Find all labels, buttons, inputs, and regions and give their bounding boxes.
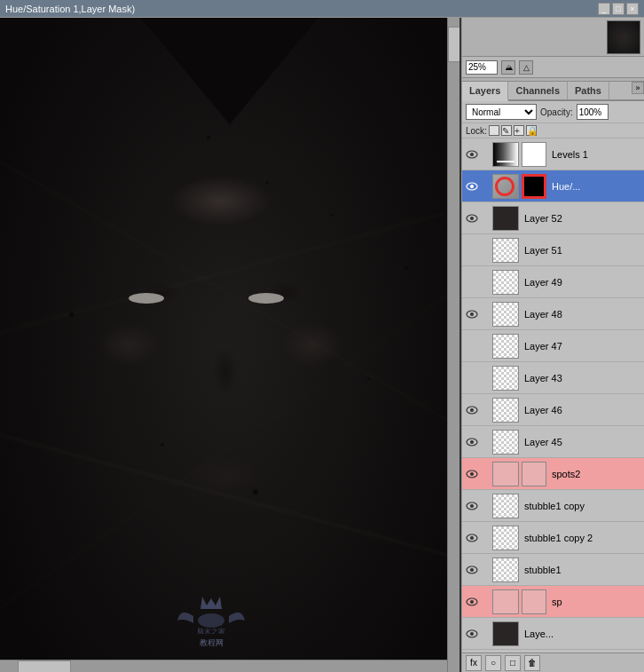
zoom-triangle-icon[interactable]: △ <box>519 60 533 75</box>
layers-bottom-toolbar: fx ○ □ 🗑 <box>462 652 644 672</box>
layer-row[interactable]: Levels 1 <box>462 138 644 170</box>
minimize-button[interactable]: _ <box>598 3 610 15</box>
levels-thumbnail-icon <box>493 143 518 166</box>
layer-row[interactable]: stubble1 <box>462 554 644 586</box>
eye-visibility-button[interactable] <box>464 402 480 418</box>
layer-row[interactable]: Layer 46 <box>462 394 644 426</box>
canvas-area[interactable]: 脑末之家 教程网 <box>0 18 461 672</box>
layer-name-label: Layer 52 <box>521 213 562 224</box>
svg-point-6 <box>470 185 474 188</box>
canvas-image: 脑末之家 教程网 <box>0 18 459 672</box>
svg-point-24 <box>470 600 474 604</box>
delete-layer-button[interactable]: 🗑 <box>524 655 540 671</box>
layer-mask-thumbnail <box>522 462 546 486</box>
layer-name-label: Levels 1 <box>548 149 588 160</box>
layer-name-label: Hue/... <box>548 181 580 192</box>
eye-visibility-button[interactable] <box>464 562 480 578</box>
layer-row[interactable]: stubble1 copy <box>462 490 644 522</box>
layer-row[interactable]: Layer 48 <box>462 298 644 330</box>
maximize-button[interactable]: □ <box>612 3 624 15</box>
layer-row[interactable]: Layer 47 <box>462 330 644 362</box>
new-layer-button[interactable]: □ <box>505 655 521 671</box>
canvas-vscrollbar-thumb[interactable] <box>448 27 460 62</box>
layer-thumbnail <box>492 494 519 518</box>
layer-row[interactable]: spots2 <box>462 458 644 490</box>
mini-preview <box>462 18 644 57</box>
eye-visibility-button[interactable] <box>464 210 480 226</box>
canvas-hscrollbar[interactable] <box>0 660 447 672</box>
tabs-row: Layers Channels Paths » <box>462 82 644 101</box>
eye-visibility-button[interactable] <box>464 498 480 514</box>
layer-mask-thumbnail <box>522 589 546 614</box>
blend-mode-row: Normal Opacity: <box>462 101 644 123</box>
opacity-input[interactable] <box>577 104 609 120</box>
layer-thumbnail <box>492 366 519 391</box>
close-button[interactable]: × <box>626 3 639 15</box>
tab-paths[interactable]: Paths <box>568 82 609 99</box>
eye-visibility-button[interactable] <box>464 146 480 162</box>
zoom-input[interactable] <box>466 60 498 75</box>
window-controls: _ □ × <box>598 3 639 15</box>
lock-checkbox-all[interactable]: 🔒 <box>526 125 537 136</box>
layer-row[interactable]: Layer 45 <box>462 426 644 458</box>
lock-checkbox-transparent[interactable] <box>489 125 499 136</box>
layer-row[interactable]: Layer 43 <box>462 362 644 394</box>
blend-mode-select[interactable]: Normal <box>466 104 537 120</box>
eye-visibility-button[interactable] <box>464 626 480 642</box>
tab-channels[interactable]: Channels <box>508 82 568 99</box>
zoom-mountain-icon[interactable]: ⛰ <box>501 60 515 75</box>
canvas-hscrollbar-thumb[interactable] <box>18 660 71 672</box>
title-bar: Hue/Saturation 1,Layer Mask) _ □ × <box>0 0 644 18</box>
layer-name-label: Layer 47 <box>521 341 562 352</box>
layer-link-icon <box>482 594 491 610</box>
layer-link-icon <box>482 626 491 642</box>
lock-checkbox-image[interactable]: ✎ <box>501 125 512 136</box>
layer-row[interactable]: Layer 52 <box>462 202 644 234</box>
layer-name-label: Layer 51 <box>521 245 562 256</box>
layer-row[interactable]: Laye... <box>462 618 644 650</box>
layer-name-label: Layer 49 <box>521 277 562 288</box>
layer-row[interactable]: Layer 51 <box>462 234 644 266</box>
eye-visibility-button[interactable] <box>464 466 480 482</box>
layer-row[interactable]: Layer 49 <box>462 266 644 298</box>
layer-name-label: stubble1 <box>521 565 562 575</box>
eye-visibility-button[interactable] <box>464 434 480 450</box>
zoom-bar: ⛰ △ <box>462 57 644 78</box>
svg-point-22 <box>470 568 474 572</box>
panel-close-button[interactable]: » <box>632 82 644 94</box>
layer-thumbnail <box>492 142 519 167</box>
eye-visibility-button[interactable] <box>464 594 480 610</box>
canvas-vscrollbar[interactable] <box>447 18 459 672</box>
mini-thumb-face <box>608 21 640 53</box>
layer-link-icon <box>482 370 491 386</box>
eye-visibility-button[interactable] <box>464 530 480 546</box>
red-circle-indicator <box>495 177 514 196</box>
eye-visibility-button[interactable] <box>464 178 480 194</box>
layer-effects-button[interactable]: fx <box>466 655 482 671</box>
tab-layers[interactable]: Layers <box>462 82 508 101</box>
layer-thumbnail <box>492 206 519 231</box>
dust-spot <box>253 489 258 494</box>
layer-row[interactable]: sp <box>462 586 644 618</box>
layer-row[interactable]: Hue/... <box>462 170 644 202</box>
dust-spot <box>207 136 210 139</box>
svg-point-20 <box>470 536 474 540</box>
eye-left <box>129 293 164 304</box>
layers-list[interactable]: Levels 1 Hue/... <box>462 138 644 652</box>
add-mask-button[interactable]: ○ <box>485 655 501 671</box>
layer-link-icon <box>482 562 491 578</box>
svg-point-26 <box>470 632 474 636</box>
layer-link-icon <box>482 434 491 450</box>
lock-checkbox-position[interactable]: + <box>514 125 524 136</box>
layer-row[interactable]: stubble1 copy 2 <box>462 522 644 554</box>
layer-link-icon <box>482 338 491 354</box>
layer-mask-thumbnail <box>522 174 546 199</box>
layer-thumbnail <box>492 270 519 295</box>
layer-link-icon <box>482 210 491 226</box>
layer-thumbnail <box>492 557 519 582</box>
layer-link-icon <box>482 466 491 482</box>
layer-mask-thumbnail <box>522 142 546 167</box>
layer-thumbnail <box>492 526 519 550</box>
dust-spot <box>69 312 74 317</box>
eye-visibility-button[interactable] <box>464 306 480 322</box>
